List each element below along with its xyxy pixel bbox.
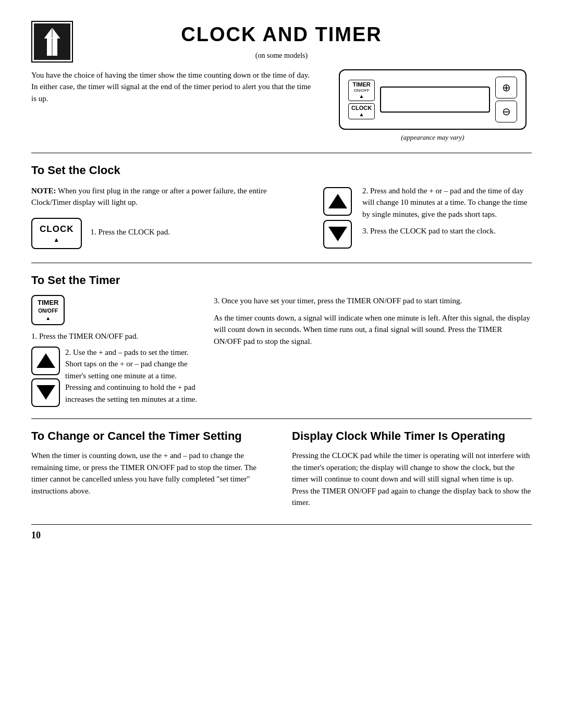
page-header: CLOCK AND TIMER bbox=[31, 21, 532, 48]
cancel-section-title: To Change or Cancel the Timer Setting bbox=[31, 428, 271, 445]
clock-right: 2. Press and hold the + or – pad and the… bbox=[323, 185, 532, 254]
clock-plus-minus bbox=[323, 187, 352, 249]
timer-icons-row: 2. Use the + and – pads to set the timer… bbox=[31, 347, 198, 410]
clock-step-1: 1. Press the CLOCK pad. bbox=[90, 227, 170, 238]
timer-button-box: TIMER ON/OFF ▲ bbox=[31, 295, 65, 325]
timer-button-label: TIMER ON/OFF ▲ bbox=[348, 80, 375, 101]
bottom-section: To Change or Cancel the Timer Setting Wh… bbox=[31, 428, 532, 508]
intro-text: You have the choice of having the timer … bbox=[31, 69, 313, 142]
intro-diagram: TIMER ON/OFF ▲ CLOCK ▲ ⊕ ⊖ (appearance m bbox=[334, 69, 532, 142]
timer-content: TIMER ON/OFF ▲ 1. Press the TIMER ON/OFF… bbox=[31, 295, 532, 409]
plus-button-diagram: ⊕ bbox=[495, 77, 517, 98]
page-title-container: CLOCK AND TIMER bbox=[31, 21, 532, 48]
clock-left: NOTE: When you first plug in the range o… bbox=[31, 185, 308, 254]
divider-3 bbox=[31, 418, 532, 419]
clock-pad-icon: CLOCK ▲ bbox=[31, 218, 82, 250]
cancel-section-text: When the timer is counting down, use the… bbox=[31, 450, 271, 497]
minus-triangle-box bbox=[323, 220, 352, 249]
timer-plus-box bbox=[31, 347, 60, 375]
clock-note: NOTE: When you first plug in the range o… bbox=[31, 185, 308, 208]
divider-2 bbox=[31, 263, 532, 263]
note-text: When you first plug in the range or afte… bbox=[31, 187, 267, 207]
page-number: 10 bbox=[31, 524, 532, 542]
timer-down-triangle bbox=[36, 385, 55, 400]
down-triangle-icon bbox=[328, 227, 347, 241]
header-subtitle: (on some models) bbox=[31, 51, 532, 61]
note-label: NOTE: bbox=[31, 187, 56, 195]
plus-triangle-box bbox=[323, 187, 352, 216]
clock-right-content: 2. Press and hold the + or – pad and the… bbox=[323, 185, 532, 249]
up-triangle-icon bbox=[328, 194, 347, 208]
timer-step-3-extra: As the timer counts down, a signal will … bbox=[214, 312, 532, 348]
plus-minus-buttons: ⊕ ⊖ bbox=[495, 77, 517, 122]
clock-step-3: 3. Press the CLOCK pad to start the cloc… bbox=[362, 225, 532, 237]
page-title: CLOCK AND TIMER bbox=[31, 21, 532, 48]
appliance-hand-icon bbox=[34, 23, 70, 60]
timer-minus-box bbox=[31, 378, 60, 407]
display-section-text: Pressing the CLOCK pad while the timer i… bbox=[292, 450, 532, 509]
timer-up-triangle bbox=[36, 353, 55, 368]
left-buttons: TIMER ON/OFF ▲ CLOCK ▲ bbox=[348, 80, 375, 119]
display-section: Display Clock While Timer Is Operating P… bbox=[292, 428, 532, 508]
divider-1 bbox=[31, 153, 532, 153]
cancel-section: To Change or Cancel the Timer Setting Wh… bbox=[31, 428, 271, 508]
timer-section: To Set the Timer TIMER ON/OFF ▲ 1. Press… bbox=[31, 273, 532, 409]
clock-section-title: To Set the Clock bbox=[31, 163, 532, 179]
timer-left: TIMER ON/OFF ▲ 1. Press the TIMER ON/OFF… bbox=[31, 295, 198, 409]
intro-section: You have the choice of having the timer … bbox=[31, 69, 532, 142]
diagram-caption: (appearance may vary) bbox=[401, 133, 464, 142]
clock-content: NOTE: When you first plug in the range o… bbox=[31, 185, 532, 254]
logo-box bbox=[31, 21, 73, 63]
minus-button-diagram: ⊖ bbox=[495, 101, 517, 122]
timer-right: 3. Once you have set your timer, press t… bbox=[214, 295, 532, 409]
clock-button-label: CLOCK ▲ bbox=[348, 103, 375, 119]
clock-section: To Set the Clock NOTE: When you first pl… bbox=[31, 163, 532, 253]
timer-step-1: 1. Press the TIMER ON/OFF pad. bbox=[31, 330, 198, 342]
clock-steps-text: 2. Press and hold the + or – pad and the… bbox=[362, 185, 532, 249]
timer-section-title: To Set the Timer bbox=[31, 273, 532, 289]
control-panel-diagram: TIMER ON/OFF ▲ CLOCK ▲ ⊕ ⊖ bbox=[339, 69, 527, 130]
display-section-title: Display Clock While Timer Is Operating bbox=[292, 428, 532, 445]
timer-step-2: 2. Use the + and – pads to set the timer… bbox=[65, 347, 198, 405]
timer-step-3: 3. Once you have set your timer, press t… bbox=[214, 295, 532, 307]
display-screen bbox=[380, 87, 490, 113]
clock-step-2: 2. Press and hold the + or – pad and the… bbox=[362, 185, 532, 220]
